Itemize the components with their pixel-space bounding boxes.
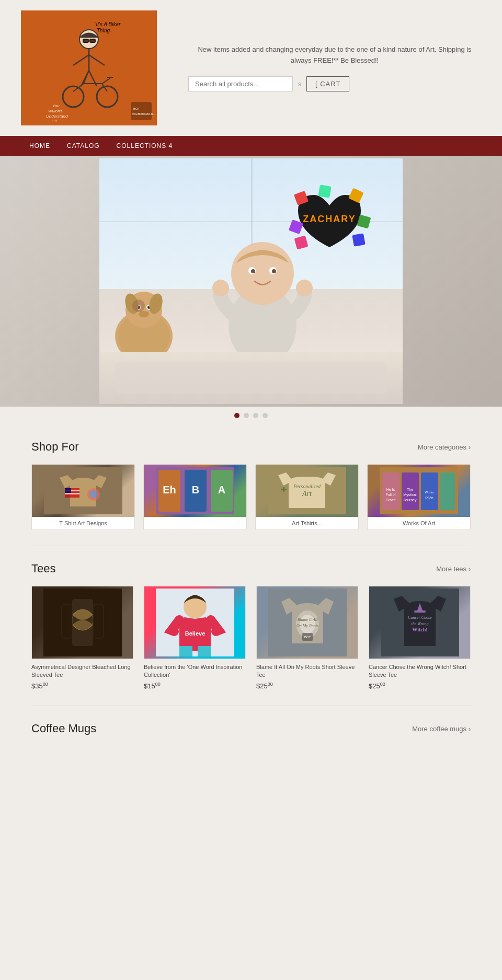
hero-dots xyxy=(0,407,502,424)
svg-text:Art: Art xyxy=(302,490,312,498)
svg-text:Eh: Eh xyxy=(163,484,176,495)
search-input[interactable] xyxy=(188,76,293,91)
product-asymmetrical-name: Asymmetrical Designer Bleached Long Slee… xyxy=(31,663,133,679)
svg-text:On My Roots: On My Roots xyxy=(296,624,318,628)
svg-point-1 xyxy=(79,30,98,49)
svg-rect-57 xyxy=(65,488,71,493)
svg-text:BOT: BOT xyxy=(304,636,311,639)
svg-text:Blame It All: Blame It All xyxy=(297,617,317,622)
product-believe-img: Believe xyxy=(144,586,246,659)
header: "It's A Biker Thing- You Wulon't Underst… xyxy=(0,0,502,136)
svg-rect-87 xyxy=(62,604,72,638)
svg-text:The: The xyxy=(407,488,413,491)
svg-rect-50 xyxy=(294,236,309,250)
shop-for-header: Shop For More categories › xyxy=(31,440,471,454)
tees-product-grid: Asymmetrical Designer Bleached Long Slee… xyxy=(31,586,471,690)
svg-text:Grace: Grace xyxy=(385,498,395,502)
category-tshirt-art[interactable]: T-Shirt Art Designs xyxy=(31,464,135,530)
category-collections[interactable]: Eh B A xyxy=(143,464,247,530)
header-controls: s [ CART xyxy=(188,76,481,91)
svg-text:Mystical: Mystical xyxy=(403,493,417,497)
svg-text:Thing-: Thing- xyxy=(97,28,112,33)
product-blame[interactable]: Blame It All On My Roots BOT Blame It Al… xyxy=(256,586,358,690)
hero-image: ZACHARY xyxy=(0,156,502,407)
svg-text:Works: Works xyxy=(425,491,434,494)
svg-text:Understand: Understand xyxy=(46,114,68,119)
svg-text:BOT: BOT xyxy=(133,107,140,110)
svg-point-31 xyxy=(139,311,149,317)
svg-text:Witch!: Witch! xyxy=(412,627,427,632)
product-asymmetrical[interactable]: Asymmetrical Designer Bleached Long Slee… xyxy=(31,586,133,690)
more-categories-link[interactable]: More categories › xyxy=(418,443,471,451)
svg-rect-2 xyxy=(83,39,88,42)
shop-for-section: Shop For More categories › xyxy=(0,424,502,546)
product-asymmetrical-price: $3500 xyxy=(31,682,133,690)
svg-rect-92 xyxy=(198,646,211,656)
svg-rect-48 xyxy=(352,233,365,246)
category-art-img: He Is Full of Grace The Mystical Journey… xyxy=(368,465,470,517)
svg-point-36 xyxy=(212,280,229,296)
more-coffee-mugs-link[interactable]: More coffee mugs › xyxy=(412,725,471,733)
more-tees-link[interactable]: More tees › xyxy=(436,565,471,573)
svg-rect-56 xyxy=(65,493,79,494)
product-cancer-price: $2500 xyxy=(369,682,471,690)
product-blame-name: Blame It All On My Roots Short Sleeve Te… xyxy=(256,663,358,679)
product-believe-name: Believe from the 'One Word Inspiration C… xyxy=(144,663,246,679)
product-cancer-name: Cancer Chose the Wrong Witch! Short Slee… xyxy=(369,663,471,679)
svg-text:Of Art: Of Art xyxy=(425,496,433,499)
hero-dot-4[interactable] xyxy=(263,413,268,418)
category-personalized-label: Art Tshirts... xyxy=(256,517,358,529)
product-cancer[interactable]: Cancer Chose the Wrong Witch! Cancer Cho… xyxy=(369,586,471,690)
svg-text:Journey: Journey xyxy=(404,498,417,502)
nav-collections[interactable]: COLLECTIONS 4 xyxy=(108,136,181,156)
svg-text:He Is: He Is xyxy=(386,488,395,491)
hero-dot-2[interactable] xyxy=(244,413,249,418)
svg-text:B: B xyxy=(192,484,199,495)
header-right: New items added and changing everyday du… xyxy=(157,44,481,92)
tees-section: Tees More tees › Asymmetrical De xyxy=(0,546,502,706)
svg-point-37 xyxy=(296,280,313,296)
hero-section: ZACHARY xyxy=(0,156,502,424)
tees-header: Tees More tees › xyxy=(31,562,471,575)
product-believe[interactable]: Believe Believe from the 'One Word Inspi… xyxy=(144,586,246,690)
category-art-label: Works Of Art xyxy=(368,517,470,529)
svg-text:"It's A Biker: "It's A Biker xyxy=(94,21,121,27)
svg-rect-88 xyxy=(93,604,104,638)
svg-rect-73 xyxy=(402,472,419,510)
tees-title: Tees xyxy=(31,562,55,575)
nav-home[interactable]: HOME xyxy=(21,136,59,156)
nav-catalog[interactable]: CATALOG xyxy=(59,136,108,156)
svg-rect-3 xyxy=(90,39,95,42)
cart-button[interactable]: [ CART xyxy=(306,76,349,91)
svg-text:ZACHARY: ZACHARY xyxy=(303,214,356,224)
category-collections-label xyxy=(144,517,246,523)
product-asymmetrical-img xyxy=(31,586,133,659)
product-blame-price: $2500 xyxy=(256,682,358,690)
svg-text:Personalized: Personalized xyxy=(293,483,321,489)
svg-text:+: + xyxy=(281,484,287,495)
svg-rect-75 xyxy=(440,472,455,510)
svg-text:Full of: Full of xyxy=(385,493,395,497)
svg-text:You: You xyxy=(52,103,60,108)
category-tshirt-art-label: T-Shirt Art Designs xyxy=(32,517,134,529)
svg-rect-105 xyxy=(414,610,426,613)
svg-text:Cancer Chose: Cancer Chose xyxy=(408,615,432,620)
svg-rect-51 xyxy=(318,185,331,198)
hero-dot-3[interactable] xyxy=(253,413,258,418)
category-grid: T-Shirt Art Designs Eh B A xyxy=(31,464,471,530)
product-cancer-img: Cancer Chose the Wrong Witch! xyxy=(369,586,471,659)
hero-dot-1[interactable] xyxy=(234,413,239,418)
svg-rect-91 xyxy=(179,646,192,656)
category-art[interactable]: He Is Full of Grace The Mystical Journey… xyxy=(367,464,471,530)
svg-point-42 xyxy=(272,269,276,273)
header-tagline: New items added and changing everyday du… xyxy=(188,44,481,66)
category-personalized-img: Art Personalized + xyxy=(256,465,358,517)
svg-point-34 xyxy=(132,299,145,312)
svg-text:www.BOTstudio.bi...: www.BOTstudio.bi... xyxy=(132,112,155,116)
navigation: HOME CATALOG COLLECTIONS 4 xyxy=(0,136,502,156)
shop-for-title: Shop For xyxy=(31,440,79,454)
category-personalized[interactable]: Art Personalized + Art Tshirts... xyxy=(255,464,359,530)
svg-point-41 xyxy=(251,269,255,273)
category-tshirt-art-img xyxy=(32,465,134,517)
svg-point-59 xyxy=(89,490,98,499)
